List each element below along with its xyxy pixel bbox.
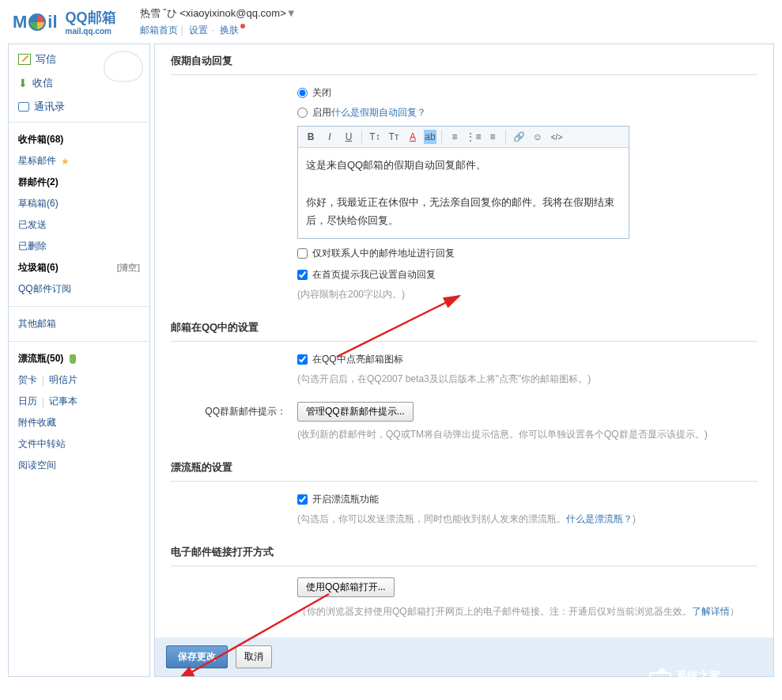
bottle-icon xyxy=(70,354,76,364)
bottle-enable-checkbox[interactable] xyxy=(297,494,308,505)
vacation-contacts-label: 仅对联系人中的邮件地址进行回复 xyxy=(312,247,455,260)
penguin-bg-icon xyxy=(104,51,143,82)
star-icon: ★ xyxy=(61,156,70,167)
vacation-help-link[interactable]: 什么是假期自动回复？ xyxy=(331,106,426,119)
logo-subtitle: mail.qq.com xyxy=(66,27,116,36)
sidebar-item-trash[interactable]: 垃圾箱(6)[清空] xyxy=(9,257,149,278)
watermark: 系统之家 WWW.XITONGZHIJIA.NET xyxy=(649,669,773,692)
editor-textarea[interactable]: 这是来自QQ邮箱的假期自动回复邮件。 你好，我最近正在休假中，无法亲自回复你的邮… xyxy=(298,148,629,238)
sidebar-item-attach[interactable]: 附件收藏 xyxy=(9,412,149,433)
sidebar-item-drafts[interactable]: 草稿箱(6) xyxy=(9,193,149,214)
user-info: 热雪 ˇひ <xiaoyixinok@qq.com>▼ 邮箱首页| 设置- 换肤 xyxy=(140,6,297,37)
editor-toolbar: B I U T↕ Tт A ab ≡ ⋮≡ ≡ 🔗 ☺ xyxy=(298,127,629,148)
align-left-icon[interactable]: ≡ xyxy=(447,130,463,144)
bottle-title: 漂流瓶的设置 xyxy=(171,460,757,482)
bottle-note: (勾选后，你可以发送漂流瓶，同时也能收到别人发来的漂流瓶。什么是漂流瓶？) xyxy=(297,513,757,526)
sidebar-item-reading[interactable]: 阅读空间 xyxy=(9,455,149,476)
qq-light-label: 在QQ中点亮邮箱图标 xyxy=(312,353,403,366)
link-open-note: （你的浏览器支持使用QQ邮箱打开网页上的电子邮件链接。注：开通后仅对当前浏览器生… xyxy=(297,605,757,619)
bg-color-icon[interactable]: ab xyxy=(424,130,436,144)
sidebar-item-inbox[interactable]: 收件箱(68) xyxy=(9,129,149,150)
sidebar-item-other-mail[interactable]: 其他邮箱 xyxy=(9,313,149,335)
contacts-icon xyxy=(18,102,29,112)
nav-skin[interactable]: 换肤 xyxy=(220,25,239,36)
group-mail-label: QQ群新邮件提示： xyxy=(171,405,297,418)
bold-icon[interactable]: B xyxy=(303,130,319,144)
emoji-icon[interactable]: ☺ xyxy=(530,130,546,144)
logo-o-icon xyxy=(28,13,46,31)
main-content: 假期自动回复 关闭 启用 什么是假期自动回复？ B I U T↕ Tт A ab xyxy=(154,44,774,677)
section-vacation: 假期自动回复 关闭 启用 什么是假期自动回复？ B I U T↕ Tт A ab xyxy=(155,44,773,311)
group-mail-note: (收到新的群邮件时，QQ或TM将自动弹出提示信息。你可以单独设置各个QQ群是否显… xyxy=(171,428,757,441)
sidebar-item-file-transfer[interactable]: 文件中转站 xyxy=(9,433,149,455)
section-bottle: 漂流瓶的设置 开启漂流瓶功能 (勾选后，你可以发送漂流瓶，同时也能收到别人发来的… xyxy=(155,451,773,535)
html-icon[interactable]: </> xyxy=(549,130,565,144)
watermark-url: WWW.XITONGZHIJIA.NET xyxy=(676,683,773,692)
section-link-open: 电子邮件链接打开方式 使用QQ邮箱打开... （你的浏览器支持使用QQ邮箱打开网… xyxy=(155,535,773,628)
sidebar-item-calendar[interactable]: 日历 | 记事本 xyxy=(9,391,149,412)
sidebar-item-sent[interactable]: 已发送 xyxy=(9,214,149,236)
sidebar-item-starred[interactable]: 星标邮件 ★ xyxy=(9,150,149,172)
qq-light-note: (勾选开启后，在QQ2007 beta3及以后版本上将"点亮"你的邮箱图标。) xyxy=(297,373,757,386)
sidebar: 写信 ⬇收信 通讯录 收件箱(68) 星标邮件 ★ 群邮件(2) 草稿箱(6) … xyxy=(8,44,150,677)
sidebar-item-qq-subscribe[interactable]: QQ邮件订阅 xyxy=(9,278,149,300)
qq-light-checkbox[interactable] xyxy=(297,354,308,365)
vacation-limit-note: (内容限制在200字以内。) xyxy=(297,288,757,301)
link-icon[interactable]: 🔗 xyxy=(511,130,527,144)
section-qq-settings: 邮箱在QQ中的设置 在QQ中点亮邮箱图标 (勾选开启后，在QQ2007 beta… xyxy=(155,311,773,451)
sidebar-item-group[interactable]: 群邮件(2) xyxy=(9,172,149,193)
link-open-title: 电子邮件链接打开方式 xyxy=(171,545,757,566)
sidebar-item-bottle[interactable]: 漂流瓶(50) xyxy=(9,348,149,369)
font-size-icon[interactable]: T↕ xyxy=(367,130,383,144)
vacation-off-label: 关闭 xyxy=(312,86,331,100)
bottle-help-link[interactable]: 什么是漂流瓶？ xyxy=(566,513,633,524)
vacation-homepage-label: 在首页提示我已设置自动回复 xyxy=(312,268,436,282)
receive-icon: ⬇ xyxy=(18,77,28,89)
sidebar-item-deleted[interactable]: 已删除 xyxy=(9,236,149,257)
italic-icon[interactable]: I xyxy=(322,130,338,144)
sidebar-item-cards[interactable]: 贺卡 | 明信片 xyxy=(9,369,149,391)
link-detail-link[interactable]: 了解详情 xyxy=(692,606,730,617)
bottle-enable-label: 开启漂流瓶功能 xyxy=(312,493,379,506)
header: Mil QQ邮箱 mail.qq.com 热雪 ˇひ <xiaoyixinok@… xyxy=(0,0,782,44)
font-color-icon[interactable]: A xyxy=(405,130,421,144)
contacts-button[interactable]: 通讯录 xyxy=(9,95,149,119)
vacation-title: 假期自动回复 xyxy=(171,54,757,75)
vacation-off-radio[interactable] xyxy=(297,88,308,98)
underline-icon[interactable]: U xyxy=(341,130,357,144)
nav-settings[interactable]: 设置 xyxy=(189,25,208,36)
nav-home[interactable]: 邮箱首页 xyxy=(140,25,178,36)
indent-icon[interactable]: ≡ xyxy=(485,130,501,144)
logo[interactable]: Mil QQ邮箱 mail.qq.com xyxy=(13,8,116,36)
watermark-house-icon xyxy=(649,672,671,690)
vacation-homepage-checkbox[interactable] xyxy=(297,270,308,280)
notification-dot-icon xyxy=(240,24,245,28)
vacation-editor: B I U T↕ Tт A ab ≡ ⋮≡ ≡ 🔗 ☺ xyxy=(297,126,629,239)
trash-clear-link[interactable]: [清空] xyxy=(117,262,140,274)
qq-settings-title: 邮箱在QQ中的设置 xyxy=(171,320,757,342)
watermark-title: 系统之家 xyxy=(676,669,773,683)
vacation-contacts-checkbox[interactable] xyxy=(297,248,308,259)
cancel-button[interactable]: 取消 xyxy=(236,645,272,668)
list-bullet-icon[interactable]: ⋮≡ xyxy=(466,130,482,144)
font-family-icon[interactable]: Tт xyxy=(386,130,402,144)
compose-icon xyxy=(18,54,31,65)
link-open-button[interactable]: 使用QQ邮箱打开... xyxy=(297,577,395,597)
vacation-on-label: 启用 xyxy=(312,106,331,119)
user-name: 热雪 ˇひ <xiaoyixinok@qq.com> xyxy=(140,7,286,19)
group-mail-button[interactable]: 管理QQ群新邮件提示... xyxy=(297,402,414,422)
vacation-on-radio[interactable] xyxy=(297,108,308,118)
logo-title: QQ邮箱 xyxy=(66,8,116,27)
save-button[interactable]: 保存更改 xyxy=(166,645,228,668)
